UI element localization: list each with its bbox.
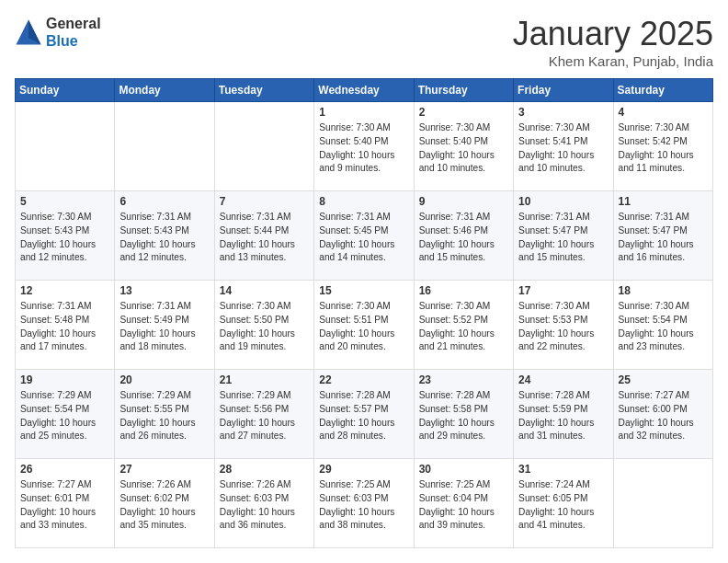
day-number: 18 bbox=[619, 284, 708, 297]
calendar-cell: 8Sunrise: 7:31 AM Sunset: 5:45 PM Daylig… bbox=[314, 191, 414, 281]
day-number: 12 bbox=[20, 284, 109, 297]
cell-info: Sunrise: 7:30 AM Sunset: 5:40 PM Dayligh… bbox=[419, 121, 508, 176]
calendar-cell: 17Sunrise: 7:30 AM Sunset: 5:53 PM Dayli… bbox=[514, 281, 613, 370]
day-number: 27 bbox=[119, 463, 209, 476]
day-number: 17 bbox=[518, 284, 608, 297]
cell-info: Sunrise: 7:29 AM Sunset: 5:54 PM Dayligh… bbox=[20, 389, 109, 443]
page: General Blue January 2025 Khem Karan, Pu… bbox=[0, 0, 728, 563]
day-number: 21 bbox=[220, 373, 309, 386]
calendar-cell: 19Sunrise: 7:29 AM Sunset: 5:54 PM Dayli… bbox=[16, 370, 115, 459]
month-title: January 2025 bbox=[513, 15, 713, 53]
weekday-header-friday: Friday bbox=[514, 79, 613, 102]
calendar-cell bbox=[16, 102, 115, 191]
cell-info: Sunrise: 7:30 AM Sunset: 5:50 PM Dayligh… bbox=[220, 300, 309, 354]
logo-icon bbox=[15, 18, 42, 46]
title-block: January 2025 Khem Karan, Punjab, India bbox=[513, 15, 713, 69]
cell-info: Sunrise: 7:31 AM Sunset: 5:48 PM Dayligh… bbox=[20, 300, 109, 354]
day-number: 15 bbox=[319, 284, 408, 297]
day-number: 28 bbox=[220, 463, 309, 476]
week-row-5: 26Sunrise: 7:27 AM Sunset: 6:01 PM Dayli… bbox=[16, 459, 713, 548]
cell-info: Sunrise: 7:25 AM Sunset: 6:04 PM Dayligh… bbox=[419, 478, 508, 533]
day-number: 23 bbox=[419, 373, 508, 386]
cell-info: Sunrise: 7:31 AM Sunset: 5:45 PM Dayligh… bbox=[319, 211, 408, 265]
calendar-cell: 22Sunrise: 7:28 AM Sunset: 5:57 PM Dayli… bbox=[314, 370, 414, 459]
week-row-2: 5Sunrise: 7:30 AM Sunset: 5:43 PM Daylig… bbox=[16, 191, 713, 281]
day-number: 8 bbox=[319, 195, 408, 208]
calendar-cell: 23Sunrise: 7:28 AM Sunset: 5:58 PM Dayli… bbox=[414, 370, 513, 459]
header: General Blue January 2025 Khem Karan, Pu… bbox=[15, 15, 713, 69]
cell-info: Sunrise: 7:30 AM Sunset: 5:51 PM Dayligh… bbox=[319, 300, 408, 354]
day-number: 4 bbox=[619, 106, 708, 119]
calendar-cell: 31Sunrise: 7:24 AM Sunset: 6:05 PM Dayli… bbox=[514, 459, 613, 548]
cell-info: Sunrise: 7:30 AM Sunset: 5:53 PM Dayligh… bbox=[518, 300, 608, 354]
cell-info: Sunrise: 7:24 AM Sunset: 6:05 PM Dayligh… bbox=[518, 478, 608, 533]
logo-general: General bbox=[46, 15, 101, 32]
day-number: 5 bbox=[20, 195, 109, 208]
cell-info: Sunrise: 7:29 AM Sunset: 5:56 PM Dayligh… bbox=[220, 389, 309, 443]
cell-info: Sunrise: 7:26 AM Sunset: 6:02 PM Dayligh… bbox=[119, 478, 209, 533]
weekday-header-saturday: Saturday bbox=[613, 79, 712, 102]
calendar-cell: 15Sunrise: 7:30 AM Sunset: 5:51 PM Dayli… bbox=[314, 281, 414, 370]
day-number: 24 bbox=[518, 373, 608, 386]
cell-info: Sunrise: 7:31 AM Sunset: 5:47 PM Dayligh… bbox=[619, 211, 708, 265]
cell-info: Sunrise: 7:30 AM Sunset: 5:41 PM Dayligh… bbox=[518, 121, 608, 176]
calendar-cell: 28Sunrise: 7:26 AM Sunset: 6:03 PM Dayli… bbox=[214, 459, 313, 548]
calendar-cell: 20Sunrise: 7:29 AM Sunset: 5:55 PM Dayli… bbox=[115, 370, 214, 459]
calendar-cell: 11Sunrise: 7:31 AM Sunset: 5:47 PM Dayli… bbox=[613, 191, 712, 281]
day-number: 13 bbox=[119, 284, 209, 297]
cell-info: Sunrise: 7:30 AM Sunset: 5:54 PM Dayligh… bbox=[619, 300, 708, 354]
location: Khem Karan, Punjab, India bbox=[513, 53, 713, 69]
calendar-cell: 14Sunrise: 7:30 AM Sunset: 5:50 PM Dayli… bbox=[214, 281, 313, 370]
day-number: 19 bbox=[20, 373, 109, 386]
calendar-cell: 24Sunrise: 7:28 AM Sunset: 5:59 PM Dayli… bbox=[514, 370, 613, 459]
day-number: 26 bbox=[20, 463, 109, 476]
cell-info: Sunrise: 7:31 AM Sunset: 5:43 PM Dayligh… bbox=[119, 211, 209, 265]
calendar-cell: 10Sunrise: 7:31 AM Sunset: 5:47 PM Dayli… bbox=[514, 191, 613, 281]
calendar-cell: 9Sunrise: 7:31 AM Sunset: 5:46 PM Daylig… bbox=[414, 191, 513, 281]
week-row-3: 12Sunrise: 7:31 AM Sunset: 5:48 PM Dayli… bbox=[16, 281, 713, 370]
calendar-cell: 30Sunrise: 7:25 AM Sunset: 6:04 PM Dayli… bbox=[414, 459, 513, 548]
cell-info: Sunrise: 7:28 AM Sunset: 5:58 PM Dayligh… bbox=[419, 389, 508, 443]
cell-info: Sunrise: 7:31 AM Sunset: 5:49 PM Dayligh… bbox=[119, 300, 209, 354]
calendar-cell: 1Sunrise: 7:30 AM Sunset: 5:40 PM Daylig… bbox=[314, 102, 414, 191]
calendar-cell: 25Sunrise: 7:27 AM Sunset: 6:00 PM Dayli… bbox=[613, 370, 712, 459]
logo: General Blue bbox=[15, 15, 101, 50]
cell-info: Sunrise: 7:31 AM Sunset: 5:47 PM Dayligh… bbox=[518, 211, 608, 265]
cell-info: Sunrise: 7:30 AM Sunset: 5:40 PM Dayligh… bbox=[319, 121, 408, 176]
day-number: 22 bbox=[319, 373, 408, 386]
day-number: 25 bbox=[619, 373, 708, 386]
day-number: 30 bbox=[419, 463, 508, 476]
calendar-cell: 7Sunrise: 7:31 AM Sunset: 5:44 PM Daylig… bbox=[214, 191, 313, 281]
logo-text: General Blue bbox=[46, 15, 101, 50]
cell-info: Sunrise: 7:31 AM Sunset: 5:44 PM Dayligh… bbox=[220, 211, 309, 265]
calendar-cell: 18Sunrise: 7:30 AM Sunset: 5:54 PM Dayli… bbox=[613, 281, 712, 370]
calendar-cell: 3Sunrise: 7:30 AM Sunset: 5:41 PM Daylig… bbox=[514, 102, 613, 191]
week-row-1: 1Sunrise: 7:30 AM Sunset: 5:40 PM Daylig… bbox=[16, 102, 713, 191]
cell-info: Sunrise: 7:30 AM Sunset: 5:42 PM Dayligh… bbox=[619, 121, 708, 176]
calendar-cell: 5Sunrise: 7:30 AM Sunset: 5:43 PM Daylig… bbox=[16, 191, 115, 281]
weekday-header-tuesday: Tuesday bbox=[214, 79, 313, 102]
calendar-cell bbox=[115, 102, 214, 191]
cell-info: Sunrise: 7:25 AM Sunset: 6:03 PM Dayligh… bbox=[319, 478, 408, 533]
calendar-cell: 26Sunrise: 7:27 AM Sunset: 6:01 PM Dayli… bbox=[16, 459, 115, 548]
weekday-header-thursday: Thursday bbox=[414, 79, 513, 102]
weekday-header-wednesday: Wednesday bbox=[314, 79, 414, 102]
calendar-cell bbox=[214, 102, 313, 191]
day-number: 2 bbox=[419, 106, 508, 119]
day-number: 16 bbox=[419, 284, 508, 297]
calendar-cell: 21Sunrise: 7:29 AM Sunset: 5:56 PM Dayli… bbox=[214, 370, 313, 459]
cell-info: Sunrise: 7:31 AM Sunset: 5:46 PM Dayligh… bbox=[419, 211, 508, 265]
cell-info: Sunrise: 7:28 AM Sunset: 5:59 PM Dayligh… bbox=[518, 389, 608, 443]
day-number: 14 bbox=[220, 284, 309, 297]
day-number: 6 bbox=[119, 195, 209, 208]
week-row-4: 19Sunrise: 7:29 AM Sunset: 5:54 PM Dayli… bbox=[16, 370, 713, 459]
weekday-header-sunday: Sunday bbox=[16, 79, 115, 102]
cell-info: Sunrise: 7:27 AM Sunset: 6:01 PM Dayligh… bbox=[20, 478, 109, 533]
logo-blue: Blue bbox=[46, 32, 101, 50]
cell-info: Sunrise: 7:28 AM Sunset: 5:57 PM Dayligh… bbox=[319, 389, 408, 443]
day-number: 10 bbox=[518, 195, 608, 208]
calendar-cell: 6Sunrise: 7:31 AM Sunset: 5:43 PM Daylig… bbox=[115, 191, 214, 281]
weekday-header-monday: Monday bbox=[115, 79, 214, 102]
day-number: 11 bbox=[619, 195, 708, 208]
calendar-table: SundayMondayTuesdayWednesdayThursdayFrid… bbox=[15, 78, 713, 548]
